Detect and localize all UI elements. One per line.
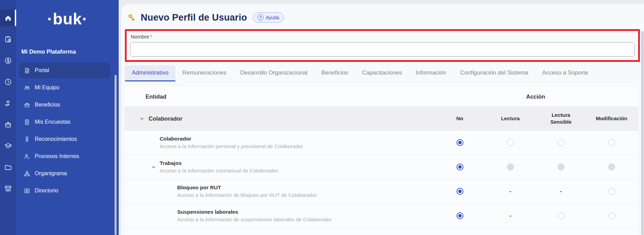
page-header: Nuevo Perfil de Usuario ? Ayuda — [121, 4, 644, 24]
radio-no[interactable] — [457, 139, 463, 146]
table-header-row: Entidad Acción — [125, 87, 638, 107]
rail-item-graduation-cap[interactable] — [0, 137, 16, 154]
sidebar-item-reconocimientos[interactable]: Reconocimientos — [19, 131, 110, 147]
sidebar-item-label: Organigrama — [35, 170, 67, 177]
app-window: ·buk· Mi Demo Plataforma PortalMi Equipo… — [0, 0, 644, 235]
radio-lectura[interactable] — [507, 139, 514, 146]
sidebar-item-organigrama[interactable]: Organigrama — [19, 166, 110, 181]
entity-description: Acceso a la información contractual de C… — [160, 167, 279, 175]
entity-description: Acceso a la información personal y previ… — [160, 143, 304, 150]
rail-item-gift-box[interactable] — [0, 116, 16, 133]
table-body: ColaboradorAcceso a la información perso… — [125, 131, 638, 235]
tab-desarrollo-organizacional[interactable]: Desarrollo Organizacional — [233, 65, 314, 80]
entity-description: Acceso a la información de bloqueo por R… — [177, 191, 318, 199]
chevron-down-icon[interactable] — [139, 116, 144, 121]
rail-item-storefront[interactable] — [0, 180, 16, 197]
tab-información[interactable]: Información — [409, 65, 453, 80]
sidebar-item-procesos-internos[interactable]: Procesos Internos — [19, 148, 110, 164]
document-icon — [24, 119, 30, 125]
sidebar-item-directorio[interactable]: Directorio — [19, 183, 110, 199]
buk-logo: ·buk· — [16, 10, 119, 28]
annotation-red-box: Nombre* — [125, 29, 640, 62]
entity-title: Trabajos — [160, 159, 279, 167]
radio-lectura-sensible — [558, 164, 565, 170]
person-check-icon — [24, 153, 30, 160]
col-header-lectura: Lectura — [485, 115, 536, 122]
users-icon — [24, 85, 30, 91]
sidebar-item-mi-equipo[interactable]: Mi Equipo — [19, 80, 110, 96]
name-field-label: Nombre* — [131, 34, 638, 40]
sidebar-item-label: Portal — [35, 67, 49, 74]
sidebar-item-label: Reconocimientos — [35, 136, 77, 142]
rail-item-home[interactable] — [0, 10, 16, 26]
sidebar-item-portal[interactable]: Portal — [19, 63, 110, 78]
radio-no[interactable] — [457, 188, 463, 195]
col-header-modificacion: Modificación — [586, 115, 637, 122]
action-column-header: Acción — [434, 93, 637, 100]
sidebar-item-mis-encuestas[interactable]: Mis Encuestas — [19, 114, 110, 130]
main-area: Nuevo Perfil de Usuario ? Ayuda Nombre* … — [119, 0, 644, 235]
tab-beneficios[interactable]: Beneficios — [314, 65, 355, 80]
name-input[interactable] — [130, 42, 635, 57]
sidebar-scrollbar[interactable] — [115, 75, 117, 235]
dollar-circle-icon — [4, 57, 12, 65]
content-card: Nuevo Perfil de Usuario ? Ayuda Nombre* … — [121, 4, 644, 235]
not-applicable-dash: - — [560, 188, 562, 194]
entity-column-header: Entidad — [125, 93, 434, 100]
radio-modificación — [608, 164, 615, 170]
radio-modificación[interactable] — [608, 188, 615, 195]
sidebar-item-label: Mi Equipo — [35, 85, 59, 91]
not-applicable-dash: - — [509, 188, 511, 194]
entity-title: Suspensiones laborales — [177, 208, 333, 216]
rail-item-clock[interactable] — [0, 74, 16, 90]
table-row: ColaboradorAcceso a la información perso… — [125, 131, 638, 155]
entity-title: Colaborador — [160, 135, 304, 143]
required-asterisk: * — [150, 34, 152, 40]
chevron-down-icon[interactable] — [151, 165, 156, 170]
radio-modificación[interactable] — [608, 139, 615, 146]
group-label: Colaborador — [149, 115, 182, 122]
tab-remuneraciones[interactable]: Remuneraciones — [175, 65, 234, 80]
gift-box-icon — [4, 121, 12, 128]
storefront-icon — [4, 184, 12, 192]
org-chart-icon — [24, 170, 30, 177]
table-row: TrabajosAcceso a la información contract… — [125, 155, 638, 179]
sidebar-item-beneficios[interactable]: Beneficios — [19, 97, 110, 113]
radio-lectura-sensible[interactable] — [558, 212, 565, 219]
clipboard-clock-icon — [4, 35, 12, 43]
rail-item-folder[interactable] — [0, 159, 16, 175]
company-name: Mi Demo Plataforma — [21, 48, 76, 55]
rail-item-hand-heart[interactable] — [0, 95, 16, 111]
page-scrollbar[interactable] — [641, 31, 644, 235]
help-button[interactable]: ? Ayuda — [253, 12, 283, 23]
id-card-icon — [24, 188, 30, 194]
rail-item-clipboard-clock[interactable] — [0, 31, 16, 47]
tab-configuración-del-sistema[interactable]: Configuración del Sistema — [453, 65, 535, 80]
file-text-icon — [24, 67, 30, 74]
sidebar-item-label: Directorio — [35, 188, 58, 194]
tab-capacitaciones[interactable]: Capacitaciones — [355, 65, 409, 80]
rail-item-dollar-circle[interactable] — [0, 52, 16, 69]
table-row: Bloqueo por RUTAcceso a la información d… — [125, 179, 638, 204]
radio-no[interactable] — [457, 164, 463, 170]
tab-bar: AdministrativoRemuneracionesDesarrollo O… — [125, 65, 595, 80]
key-icon — [127, 13, 136, 22]
radio-lectura-sensible[interactable] — [558, 139, 565, 146]
radio-modificación[interactable] — [608, 212, 615, 219]
table-row: Bitácoras y Anotaciones — [125, 228, 638, 235]
sidebar-item-label: Beneficios — [35, 102, 60, 108]
not-applicable-dash: - — [509, 213, 511, 219]
tab-administrativo[interactable]: Administrativo — [125, 65, 175, 80]
radio-lectura — [507, 164, 514, 170]
permissions-table: Entidad Acción Colaborador No Lectura Le… — [125, 87, 638, 235]
sidebar-item-label: Procesos Internos — [35, 153, 79, 159]
entity-description: Acceso a la información de suspensiones … — [177, 216, 333, 223]
help-label: Ayuda — [266, 15, 279, 20]
col-header-no: No — [434, 115, 485, 122]
sidebar-item-label: Mis Encuestas — [35, 119, 71, 125]
tab-acceso-a-soporte[interactable]: Acceso a Soporte — [535, 65, 595, 80]
radio-no[interactable] — [457, 212, 463, 219]
table-row: Suspensiones laboralesAcceso a la inform… — [125, 204, 638, 228]
group-row-colaborador[interactable]: Colaborador No Lectura LecturaSensible M… — [125, 107, 638, 131]
col-header-lectura-sensible: LecturaSensible — [536, 112, 586, 125]
